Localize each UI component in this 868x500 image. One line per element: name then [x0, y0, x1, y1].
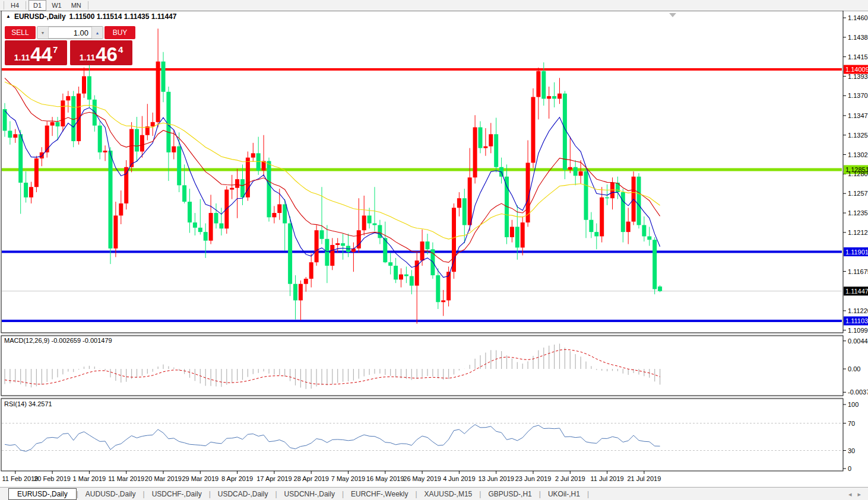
tab-eurchf-weekly[interactable]: EURCHF-,Weekly [344, 489, 415, 499]
candle-body [479, 128, 483, 148]
candle-body [109, 151, 113, 249]
candle-body [24, 183, 28, 198]
candle-body [457, 198, 461, 208]
candle-body [235, 179, 239, 188]
candle-body [87, 77, 91, 100]
timeframe-mn-button[interactable]: MN [67, 1, 85, 10]
candle-body [209, 213, 213, 241]
collapse-one-click-icon[interactable]: ▲ [6, 14, 11, 19]
tab-usdcad-daily[interactable]: USDCAD-,Daily [211, 489, 275, 499]
sell-quote-button[interactable]: 1.11 44 7 [5, 40, 67, 65]
candle-body [373, 224, 377, 225]
candle-body [140, 135, 144, 152]
tab-gbpusd-h1[interactable]: GBPUSD-,H1 [481, 489, 538, 499]
trading-app-window: H4D1W1MN 1.146051.143801.141551.139301.1… [0, 0, 868, 500]
rsi-panel-frame[interactable] [1, 399, 843, 471]
date-label: 4 Jun 2019 [443, 475, 475, 482]
volume-increase-icon[interactable]: ▲ [92, 27, 103, 39]
candle-body [521, 222, 525, 247]
tab-scroll-nav: ◂▸ [848, 491, 861, 498]
volume-decrease-icon[interactable]: ▼ [37, 27, 48, 39]
candle-body [56, 122, 60, 126]
candle-body [658, 286, 662, 291]
tab-usdchf-daily[interactable]: USDCHF-,Daily [145, 489, 209, 499]
candle-body [441, 300, 445, 302]
price-badge-label: 1.12851 [845, 166, 868, 173]
date-label: 11 Jul 2019 [591, 475, 624, 482]
candle-body [341, 243, 345, 246]
panel-splitter[interactable] [1, 333, 843, 335]
candle-body [113, 215, 118, 248]
date-axis[interactable] [15, 471, 644, 474]
date-label: 29 Mar 2019 [182, 475, 218, 482]
timeframe-w1-button[interactable]: W1 [47, 1, 66, 10]
candle-body [45, 126, 49, 152]
candle-body [388, 262, 392, 266]
panel-splitter[interactable] [1, 396, 843, 398]
candle-body [66, 96, 70, 100]
candle-body [299, 284, 303, 301]
tab-xauusd-m15[interactable]: XAUUSD-,M15 [417, 489, 480, 499]
candle-body [362, 215, 366, 230]
candle-body [436, 275, 440, 302]
timeframe-toolbar: H4D1W1MN [0, 0, 868, 11]
sell-button[interactable]: SELL [5, 26, 36, 39]
volume-spinner: ▼ 1.00 ▲ [37, 26, 103, 39]
timeframe-h4-button[interactable]: H4 [7, 1, 23, 10]
macd-panel-frame[interactable] [1, 336, 843, 396]
candle-body [309, 262, 313, 279]
candle-body [515, 227, 519, 247]
candle-body [536, 71, 540, 97]
toolbar-separator [4, 1, 4, 9]
candle-body [589, 220, 593, 232]
chart-area[interactable]: 1.146051.143801.141551.139301.137051.134… [0, 11, 868, 488]
candle-body [272, 213, 276, 217]
candle-body [182, 185, 186, 202]
candle-body [552, 96, 556, 98]
tab-separator: | [587, 490, 589, 498]
candle-body [584, 171, 588, 220]
candle-body [251, 153, 255, 157]
candle-body [156, 62, 160, 122]
buy-quote-button[interactable]: 1.11 46 4 [70, 40, 132, 65]
candle-body [483, 147, 487, 148]
buy-button[interactable]: BUY [104, 26, 135, 39]
candle-body [93, 100, 97, 126]
candle-body [426, 241, 430, 249]
chart-header: ▲ EURUSD-,Daily 1.11500 1.11514 1.11435 … [6, 12, 176, 21]
volume-input[interactable]: 1.00 [48, 27, 92, 39]
candle-body [166, 92, 170, 152]
tab-scroll-right-icon[interactable]: ▸ [857, 491, 861, 498]
candle-body [188, 202, 192, 222]
tab-usdcnh-daily[interactable]: USDCNH-,Daily [277, 489, 342, 499]
buy-price-big: 46 [96, 44, 118, 64]
candle-body [172, 147, 176, 152]
candle-body [547, 96, 551, 98]
tab-audusd-daily[interactable]: AUDUSD-,Daily [78, 489, 143, 499]
date-label: 2 Jul 2019 [555, 475, 585, 482]
date-label: 8 Apr 2019 [221, 475, 253, 482]
tab-eurusd-daily[interactable]: EURUSD-,Daily [8, 488, 77, 500]
tab-scroll-left-icon[interactable]: ◂ [848, 491, 852, 498]
timeframe-d1-button[interactable]: D1 [28, 0, 46, 11]
candle-body [541, 71, 546, 99]
candle-body [494, 134, 498, 167]
price-tick-label: 1.14605 [848, 14, 868, 21]
date-label: 7 May 2019 [331, 475, 365, 482]
candle-body [13, 134, 17, 138]
candle-body [647, 236, 651, 240]
one-click-trading-panel: SELL ▼ 1.00 ▲ BUY 1.11 44 7 1.11 46 4 [5, 26, 135, 65]
price-tick-label: 1.14380 [848, 34, 868, 41]
date-label: 20 Feb 2019 [34, 475, 71, 482]
rsi-tick-label: 30 [848, 447, 855, 454]
date-label: 20 Mar 2019 [145, 475, 182, 482]
price-tick-label: 1.14155 [848, 53, 868, 60]
candle-body [161, 62, 166, 92]
price-badge-label: 1.11447 [845, 288, 868, 295]
tab-ukoil-h1[interactable]: UKOil-,H1 [541, 489, 587, 499]
candle-body [135, 129, 139, 152]
candle-body [368, 215, 372, 223]
candle-body [637, 177, 641, 225]
candle-body [304, 279, 308, 284]
sell-price-big: 44 [30, 44, 52, 64]
